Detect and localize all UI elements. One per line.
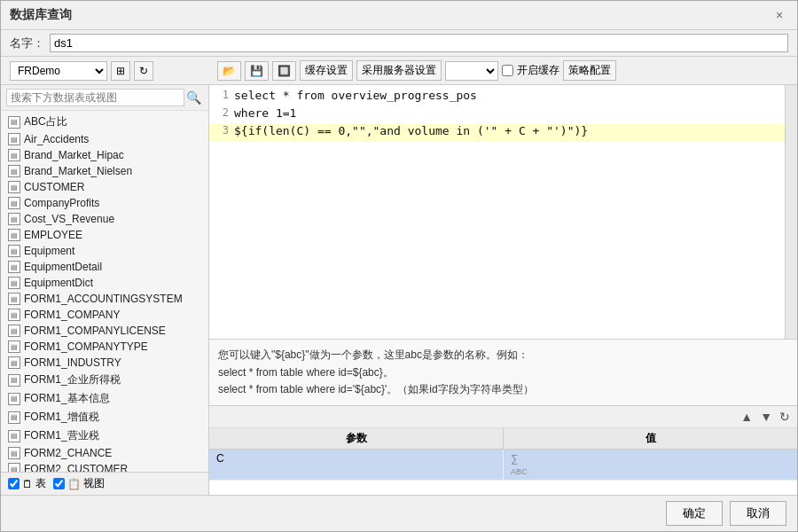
table-item-icon: ▤ (8, 181, 20, 193)
table-list-item[interactable]: ▤FORM1_INDUSTRY (1, 355, 208, 371)
view-label: 视图 (83, 476, 105, 491)
confirm-button[interactable]: 确定 (666, 501, 723, 526)
param-col-header: 参数 (209, 428, 504, 449)
param-cell: C (209, 450, 504, 480)
line-content: ${if(len(C) == 0,"","and volume in ('" +… (234, 124, 797, 137)
table-checkbox-icon: 🗒 (22, 478, 33, 490)
table-list-item[interactable]: ▤CUSTOMER (1, 179, 208, 195)
table-item-icon: ▤ (8, 340, 20, 353)
table-item-name: CUSTOMER (24, 181, 84, 193)
line-content: where 1=1 (234, 106, 797, 120)
line-number: 1 (209, 89, 234, 101)
title-bar: 数据库查询 × (1, 1, 797, 30)
table-item-icon: ▤ (8, 165, 20, 177)
table-item-icon: ▤ (8, 261, 20, 273)
line-number: 3 (209, 124, 234, 137)
table-icon-btn[interactable]: ⊞ (111, 61, 130, 81)
search-button[interactable]: 🔍 (184, 89, 203, 106)
table-item-name: FORM2_CHANCE (24, 447, 112, 459)
right-panel: 1select * from overview_progress_pos2whe… (209, 85, 797, 495)
save-file-icon: 💾 (250, 65, 263, 77)
sql-editor[interactable]: 1select * from overview_progress_pos2whe… (209, 85, 797, 340)
strategy-config-btn[interactable]: 策略配置 (563, 60, 616, 81)
table-item-icon: ▤ (8, 430, 20, 442)
table-list-item[interactable]: ▤FORM1_企业所得税 (1, 371, 208, 389)
datasource-select[interactable]: FRDemo (10, 61, 107, 81)
table-item-name: CompanyProfits (24, 197, 99, 209)
value-cell: ∑ABC (504, 450, 797, 480)
table-list-item[interactable]: ▤FORM2_CUSTOMER (1, 461, 208, 472)
table-item-icon: ▤ (8, 374, 20, 387)
move-up-btn[interactable]: ▲ (739, 408, 755, 426)
table-list-item[interactable]: ▤EquipmentDict (1, 275, 208, 291)
table-list-item[interactable]: ▤Cost_VS_Revenue (1, 211, 208, 227)
table-item-name: FORM1_营业税 (24, 428, 99, 443)
dialog-title: 数据库查询 (10, 7, 72, 23)
table-item-name: EMPLOYEE (24, 229, 82, 241)
table-item-name: FORM1_增值税 (24, 410, 99, 425)
close-button[interactable]: × (771, 6, 788, 24)
table-list-item[interactable]: ▤Air_Accidents (1, 131, 208, 147)
table-list-item[interactable]: ▤FORM1_COMPANYLICENSE (1, 323, 208, 339)
table-item-name: FORM1_企业所得税 (24, 372, 121, 387)
table-item-name: FORM1_INDUSTRY (24, 356, 121, 369)
table-list-item[interactable]: ▤FORM1_营业税 (1, 426, 208, 445)
table-list-item[interactable]: ▤FORM1_ACCOUNTINGSYSTEM (1, 291, 208, 307)
search-input[interactable] (6, 89, 184, 106)
left-panel: 🔍 ▤ABC占比▤Air_Accidents▤Brand_Market_Hipa… (1, 85, 209, 495)
table-item-icon: ▤ (8, 133, 20, 145)
sql-line: 2where 1=1 (209, 106, 797, 124)
save-file-btn[interactable]: 💾 (245, 61, 269, 81)
table-list-item[interactable]: ▤FORM1_增值税 (1, 408, 208, 426)
sql-lines: 1select * from overview_progress_pos2whe… (209, 85, 797, 145)
table-list-item[interactable]: ▤FORM1_COMPANYTYPE (1, 339, 208, 355)
table-list-item[interactable]: ▤EMPLOYEE (1, 227, 208, 243)
table-item-name: Equipment (24, 245, 74, 257)
params-row[interactable]: C ∑ABC (209, 450, 797, 481)
table-list-item[interactable]: ▤Brand_Market_Nielsen (1, 163, 208, 179)
table-list-item[interactable]: ▤EquipmentDetail (1, 259, 208, 275)
params-header: 参数 值 (209, 428, 797, 450)
table-item-name: Brand_Market_Nielsen (24, 165, 132, 177)
refresh-left-btn[interactable]: ↻ (134, 61, 153, 81)
scrollbar[interactable] (785, 85, 797, 339)
table-item-name: FORM1_COMPANY (24, 309, 120, 321)
table-list-item[interactable]: ▤CompanyProfits (1, 195, 208, 211)
table-item-icon: ▤ (8, 309, 20, 321)
table-list-item[interactable]: ▤ABC占比 (1, 113, 208, 131)
footer-bar: 确定 取消 (1, 495, 797, 531)
name-input[interactable] (50, 34, 788, 52)
hint-line1: 您可以键入"${abc}"做为一个参数，这里abc是参数的名称。例如： (218, 347, 788, 364)
table-item-name: ABC占比 (24, 114, 67, 129)
table-list-item[interactable]: ▤FORM1_基本信息 (1, 389, 208, 408)
table-item-icon: ▤ (8, 197, 20, 209)
cache-select[interactable] (445, 61, 498, 81)
refresh-params-btn[interactable]: ↻ (778, 408, 792, 426)
table-item-icon: ▤ (8, 356, 20, 369)
view-checkbox[interactable] (53, 478, 65, 489)
table-list-item[interactable]: ▤Brand_Market_Hipac (1, 147, 208, 163)
table-list-item[interactable]: ▤FORM1_COMPANY (1, 307, 208, 323)
value-type-icon: ∑ABC (511, 452, 528, 477)
table-item-name: FORM1_基本信息 (24, 391, 110, 406)
table-list-item[interactable]: ▤Equipment (1, 243, 208, 259)
table-item-icon: ▤ (8, 463, 20, 472)
params-area: ▲ ▼ ↻ 参数 值 C ∑ABC (209, 406, 797, 495)
table-item-name: FORM1_COMPANYTYPE (24, 340, 148, 353)
table-checkbox-label: 🗒 表 (8, 476, 46, 491)
toolbar-right: 📂 💾 🔲 缓存设置 采用服务器设置 开启缓存 策略配置 (217, 60, 788, 81)
table-item-name: Cost_VS_Revenue (24, 213, 114, 225)
cache-setting-btn[interactable]: 缓存设置 (300, 60, 353, 81)
cancel-button[interactable]: 取消 (730, 501, 786, 526)
use-server-setting-btn[interactable]: 采用服务器设置 (356, 60, 442, 81)
bottom-checkboxes: 🗒 表 📋 视图 (1, 472, 208, 495)
enable-cache-checkbox[interactable] (502, 65, 513, 76)
table-list-item[interactable]: ▤FORM2_CHANCE (1, 445, 208, 461)
table-item-name: FORM1_ACCOUNTINGSYSTEM (24, 293, 183, 305)
preview-btn[interactable]: 🔲 (272, 61, 296, 81)
table-checkbox[interactable] (8, 478, 20, 489)
table-item-icon: ▤ (8, 277, 20, 289)
move-down-btn[interactable]: ▼ (758, 408, 774, 426)
line-content: select * from overview_progress_pos (234, 89, 797, 102)
open-file-btn[interactable]: 📂 (217, 61, 241, 81)
